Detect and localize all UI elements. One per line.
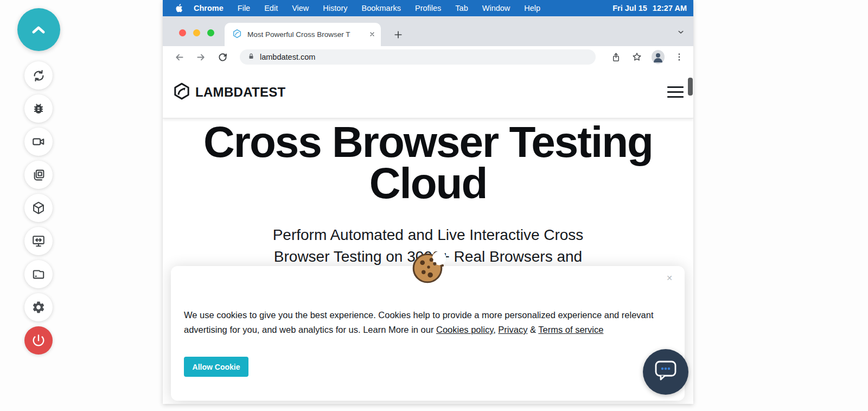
sync-arrows-icon bbox=[31, 68, 46, 83]
menu-chrome[interactable]: Chrome bbox=[194, 4, 231, 12]
url-text: lambdatest.com bbox=[260, 53, 315, 61]
menu-profiles[interactable]: Profiles bbox=[408, 4, 448, 12]
traffic-zoom-button[interactable] bbox=[207, 29, 214, 36]
bookmark-star-icon[interactable] bbox=[630, 50, 643, 64]
menu-file[interactable]: File bbox=[231, 4, 257, 12]
forward-button[interactable] bbox=[194, 50, 207, 64]
chrome-menu-dots-icon[interactable] bbox=[673, 50, 686, 64]
tab-search-chevron-icon[interactable] bbox=[676, 27, 686, 39]
profile-avatar[interactable] bbox=[652, 50, 665, 64]
folder-icon bbox=[31, 267, 46, 281]
chrome-toolbar: lambdatest.com bbox=[163, 46, 693, 68]
menu-edit[interactable]: Edit bbox=[257, 4, 285, 12]
hero-heading-line1: Cross Browser Testing bbox=[163, 122, 693, 163]
menubar-time: 12:27 AM bbox=[653, 4, 687, 12]
record-video-button[interactable] bbox=[24, 128, 53, 156]
chrome-tabstrip: Most Powerful Cross Browser T bbox=[163, 16, 693, 46]
session-toolbar bbox=[17, 8, 60, 355]
menubar-date: Fri Jul 15 bbox=[612, 4, 647, 12]
new-tab-button[interactable] bbox=[391, 27, 406, 42]
traffic-close-button[interactable] bbox=[179, 29, 186, 36]
power-icon bbox=[31, 333, 46, 348]
tab-close-icon[interactable] bbox=[369, 30, 375, 40]
hero-heading: Cross Browser Testing Cloud bbox=[163, 122, 693, 204]
logo-text: LAMBDATEST bbox=[195, 85, 286, 100]
remote-browser-screen: Chrome File Edit View History Bookmarks … bbox=[163, 0, 693, 404]
settings-button[interactable] bbox=[24, 293, 53, 321]
mark-as-bug-button[interactable] bbox=[24, 94, 53, 123]
chat-widget-button[interactable] bbox=[643, 349, 688, 395]
site-header: LAMBDATEST bbox=[163, 68, 693, 118]
switch-session-button[interactable] bbox=[24, 61, 53, 90]
menu-window[interactable]: Window bbox=[475, 4, 518, 12]
lock-icon[interactable] bbox=[247, 52, 255, 62]
tab-title: Most Powerful Cross Browser T bbox=[247, 30, 367, 39]
address-bar[interactable]: lambdatest.com bbox=[240, 49, 596, 65]
gallery-button[interactable] bbox=[24, 161, 53, 189]
cookies-policy-link[interactable]: Cookies policy bbox=[436, 325, 493, 334]
cube-icon bbox=[31, 201, 46, 215]
lambdatest-favicon bbox=[232, 29, 242, 41]
hamburger-menu-icon[interactable] bbox=[667, 86, 684, 98]
files-button[interactable] bbox=[24, 260, 53, 288]
traffic-minimize-button[interactable] bbox=[193, 29, 200, 36]
reload-button[interactable] bbox=[216, 50, 229, 64]
macos-menubar: Chrome File Edit View History Bookmarks … bbox=[163, 0, 693, 16]
cookie-message: We use cookies to give you the best expe… bbox=[184, 308, 672, 337]
gear-icon bbox=[31, 300, 46, 314]
share-icon[interactable] bbox=[609, 50, 622, 64]
menu-history[interactable]: History bbox=[316, 4, 354, 12]
hero-heading-line2: Cloud bbox=[163, 163, 693, 204]
menubar-clock[interactable]: Fri Jul 15 12:27 AM bbox=[612, 4, 687, 12]
chevron-up-icon bbox=[30, 24, 47, 35]
menu-help[interactable]: Help bbox=[517, 4, 547, 12]
cookie-sep1: , bbox=[493, 325, 498, 334]
allow-cookie-button[interactable]: Allow Cookie bbox=[184, 357, 248, 377]
packages-button[interactable] bbox=[24, 194, 53, 222]
avatar-person-icon bbox=[652, 50, 665, 64]
menu-view[interactable]: View bbox=[285, 4, 316, 12]
monitor-arrows-icon bbox=[31, 234, 46, 248]
back-button[interactable] bbox=[173, 50, 186, 64]
photo-stack-icon bbox=[32, 168, 46, 182]
apple-logo-icon[interactable] bbox=[175, 3, 183, 13]
end-session-button[interactable] bbox=[24, 326, 53, 355]
menu-tab[interactable]: Tab bbox=[448, 4, 475, 12]
collapse-toolbar-button[interactable] bbox=[17, 8, 60, 51]
menu-bookmarks[interactable]: Bookmarks bbox=[354, 4, 408, 12]
cookie-emoji-icon bbox=[410, 249, 446, 288]
privacy-link[interactable]: Privacy bbox=[498, 325, 527, 334]
banner-close-icon[interactable]: ✕ bbox=[666, 274, 673, 282]
webpage-viewport: LAMBDATEST Cross Browser Testing Cloud P… bbox=[163, 68, 693, 404]
lambdatest-logo[interactable]: LAMBDATEST bbox=[173, 82, 286, 103]
chat-bubble-icon bbox=[653, 359, 678, 385]
browser-tab[interactable]: Most Powerful Cross Browser T bbox=[225, 23, 381, 46]
terms-link[interactable]: Terms of service bbox=[538, 325, 603, 334]
cookie-sep2: & bbox=[527, 325, 538, 334]
lambdatest-logo-icon bbox=[173, 82, 191, 103]
page-scrollbar-thumb[interactable] bbox=[688, 78, 693, 96]
bug-icon bbox=[32, 102, 45, 115]
screen-resolution-button[interactable] bbox=[24, 227, 53, 255]
videocam-icon bbox=[31, 135, 46, 149]
